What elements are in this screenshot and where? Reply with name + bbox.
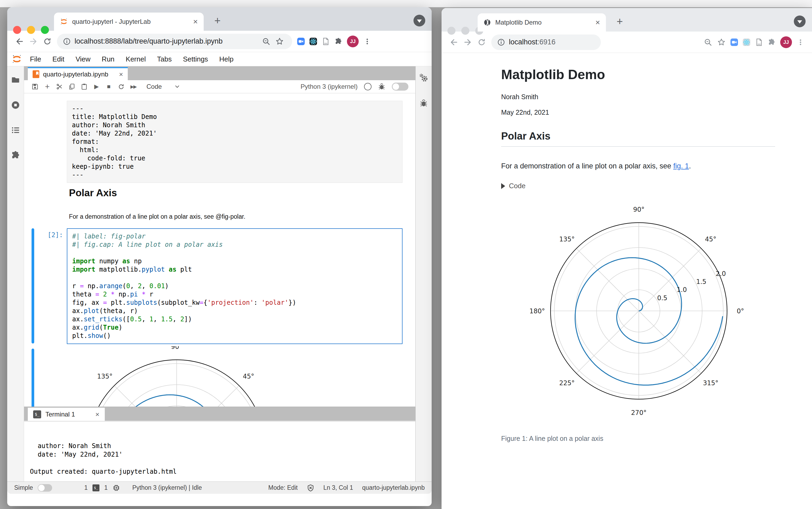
window-controls[interactable] <box>13 26 49 34</box>
figure-reference-link[interactable]: fig. 1 <box>673 162 689 170</box>
new-tab-button[interactable]: + <box>214 15 220 26</box>
url-host[interactable]: localhost <box>509 38 537 46</box>
terminal-tab-close-icon[interactable]: × <box>96 411 99 418</box>
browser-tab[interactable]: Matplotlib Demo × <box>478 13 606 32</box>
notebook-tab-close-icon[interactable]: × <box>119 71 123 78</box>
copy-cells-button[interactable] <box>66 81 78 92</box>
paste-cells-button[interactable] <box>78 81 90 92</box>
notebook-scroll-area[interactable]: ---title: Matplotlib Demoauthor: Norah S… <box>24 93 415 407</box>
extensions-puzzle-icon[interactable] <box>768 38 775 46</box>
svg-text:0.5: 0.5 <box>657 294 667 302</box>
new-tab-button[interactable]: + <box>616 16 623 27</box>
close-window-button[interactable] <box>448 27 455 35</box>
menu-file[interactable]: File <box>24 55 47 63</box>
running-kernels-icon[interactable] <box>11 101 20 110</box>
menu-settings[interactable]: Settings <box>177 55 214 63</box>
notebook-tab[interactable]: quarto-jupyterlab.ipynb × <box>28 67 128 80</box>
menu-view[interactable]: View <box>70 55 96 63</box>
cursor-position[interactable]: Ln 3, Col 1 <box>323 484 353 491</box>
search-icon[interactable] <box>704 38 712 46</box>
react-devtools-icon[interactable] <box>310 38 317 45</box>
terminal-count-icon: $_ <box>93 484 99 491</box>
document-extension-icon[interactable] <box>755 38 763 46</box>
document-extension-icon[interactable] <box>322 37 330 45</box>
debugger-toggle[interactable] <box>392 82 409 91</box>
code-cell-editor[interactable]: #| label: fig-polar#| fig.cap: A line pl… <box>67 228 402 344</box>
profile-avatar[interactable]: JJ <box>780 36 792 48</box>
run-cell-button[interactable]: ▶ <box>90 81 103 92</box>
tab-close-icon[interactable]: × <box>595 19 600 27</box>
cell-collapser[interactable] <box>32 228 34 343</box>
restart-kernel-button[interactable] <box>115 81 127 92</box>
address-bar[interactable]: localhost:8888/lab/tree/quarto-jupyterla… <box>57 34 292 49</box>
svg-text:0°: 0° <box>737 307 744 315</box>
terminal-count[interactable]: 1 <box>84 484 88 491</box>
simple-mode-toggle[interactable] <box>38 484 52 491</box>
table-of-contents-icon[interactable] <box>11 126 20 135</box>
file-browser-icon[interactable] <box>11 75 20 84</box>
kernel-status-text[interactable]: Python 3 (ipykernel) | Idle <box>132 484 202 491</box>
bookmark-star-icon[interactable] <box>717 38 726 46</box>
forward-button[interactable] <box>27 34 40 48</box>
yaml-raw-cell[interactable]: ---title: Matplotlib Demoauthor: Norah S… <box>67 101 402 183</box>
minimize-window-button[interactable] <box>27 26 35 34</box>
url-text[interactable]: localhost:8888/lab/tree/quarto-jupyterla… <box>75 37 223 45</box>
browser-menu-icon[interactable] <box>797 38 804 46</box>
site-info-icon[interactable] <box>63 37 71 45</box>
zoom-extension-icon[interactable] <box>297 38 305 45</box>
property-inspector-gears-icon[interactable] <box>419 73 428 82</box>
search-icon[interactable] <box>262 37 271 46</box>
browser-menu-icon[interactable] <box>363 38 371 45</box>
tab-search-button[interactable] <box>414 15 425 27</box>
cut-cells-button[interactable] <box>54 81 66 92</box>
reload-button[interactable] <box>40 34 54 48</box>
browser-tab[interactable]: quarto-jupyterl - JupyterLab × <box>54 12 204 31</box>
extension-manager-icon[interactable] <box>11 151 20 160</box>
react-devtools-icon[interactable] <box>743 38 750 46</box>
rendered-document[interactable]: Matplotlib Demo Norah Smith May 22nd, 20… <box>442 53 812 509</box>
kernel-count[interactable]: 1 <box>104 484 108 491</box>
terminal-tab[interactable]: $_ Terminal 1 × <box>28 408 105 421</box>
polar-plot-figure: 0°45°90°135°180°225°270°315°0.51.01.52.0 <box>501 204 776 429</box>
site-favicon <box>484 19 491 26</box>
document-paragraph: For a demonstration of a line plot on a … <box>501 162 691 170</box>
close-window-button[interactable] <box>13 26 21 34</box>
reload-button[interactable] <box>475 35 489 49</box>
back-button[interactable] <box>12 34 27 48</box>
profile-avatar[interactable]: JJ <box>347 36 359 47</box>
extensions-puzzle-icon[interactable] <box>334 38 342 45</box>
document-author: Norah Smith <box>501 93 538 101</box>
tab-close-icon[interactable]: × <box>193 18 198 26</box>
terminal-output[interactable]: author: Norah Smith date: 'May 22nd, 202… <box>24 421 415 482</box>
zoom-window-button[interactable] <box>41 26 49 34</box>
mode-indicator[interactable]: Mode: Edit <box>268 484 298 491</box>
address-bar[interactable]: localhost:6916 <box>491 34 601 50</box>
cell-type-dropdown[interactable]: Code <box>146 83 180 90</box>
debugger-bug-icon[interactable] <box>419 99 428 107</box>
save-button[interactable] <box>29 81 41 92</box>
site-info-icon[interactable] <box>497 38 505 46</box>
menu-edit[interactable]: Edit <box>47 55 70 63</box>
menu-run[interactable]: Run <box>96 55 120 63</box>
restart-run-all-button[interactable]: ▶▶ <box>127 81 140 92</box>
menu-help[interactable]: Help <box>214 55 239 63</box>
bug-icon[interactable] <box>378 83 385 90</box>
kernel-name[interactable]: Python 3 (ipykernel) <box>301 83 358 90</box>
chevron-down-icon <box>797 20 802 24</box>
zoom-extension-icon[interactable] <box>731 38 738 46</box>
minimize-window-button[interactable] <box>461 27 469 35</box>
add-cell-button[interactable]: + <box>41 81 54 92</box>
forward-button[interactable] <box>461 35 475 49</box>
kernel-chip-icon <box>112 484 120 491</box>
trust-shield-icon[interactable] <box>307 484 314 491</box>
interrupt-kernel-button[interactable]: ■ <box>103 81 115 92</box>
output-collapser[interactable] <box>32 349 34 407</box>
bookmark-star-icon[interactable] <box>275 37 284 46</box>
svg-text:90°: 90° <box>171 346 182 350</box>
back-button[interactable] <box>447 35 461 49</box>
code-fold-disclosure[interactable]: Code <box>501 182 526 190</box>
menu-tabs[interactable]: Tabs <box>151 55 177 63</box>
tab-search-button[interactable] <box>794 15 806 27</box>
url-port[interactable]: :6916 <box>537 38 556 46</box>
menu-kernel[interactable]: Kernel <box>120 55 151 63</box>
